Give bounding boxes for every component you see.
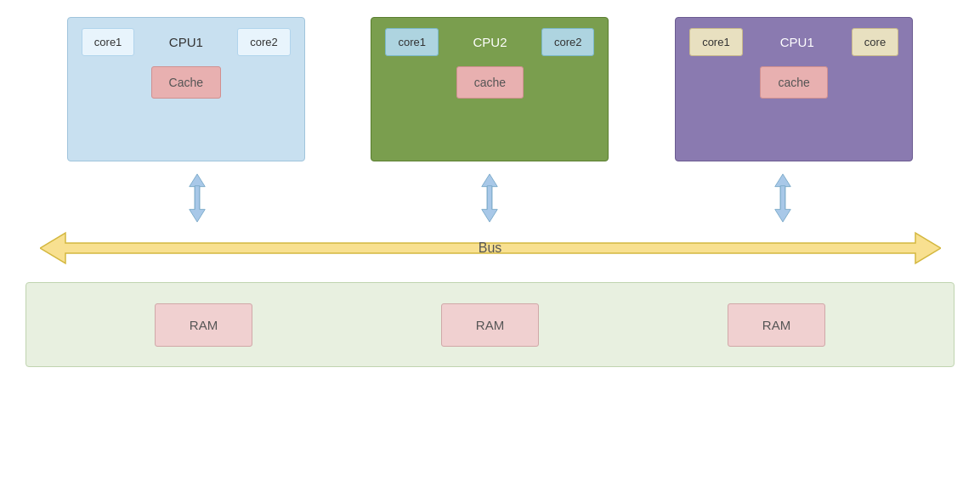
- cpu3-core1: core1: [689, 28, 743, 56]
- bus-row: Bus: [0, 229, 980, 267]
- ram-box-3: RAM: [728, 303, 825, 347]
- cpu1-label: CPU1: [134, 35, 237, 49]
- vertical-arrow-3: [664, 168, 902, 228]
- cpu3-cache: cache: [760, 66, 827, 99]
- cpu2-label: CPU2: [439, 35, 541, 49]
- svg-marker-3: [482, 186, 497, 222]
- svg-marker-5: [775, 186, 790, 222]
- cpu2-top-row: core1 CPU2 core2: [385, 28, 594, 56]
- vertical-arrow-2: [371, 168, 609, 228]
- arrows-row: [0, 168, 980, 228]
- ram-box-1: RAM: [155, 303, 252, 347]
- cpu-box-1: core1 CPU1 core2 Cache: [67, 17, 305, 161]
- cpu3-core2: core: [852, 28, 898, 56]
- vertical-arrow-1: [78, 168, 316, 228]
- diagram: core1 CPU1 core2 Cache core1 CPU2 core2: [0, 0, 980, 492]
- bus-container: Bus: [40, 229, 941, 267]
- cpu2-core2: core2: [541, 28, 595, 56]
- ram-box-2: RAM: [441, 303, 539, 347]
- cpu1-cache: Cache: [151, 66, 221, 99]
- svg-marker-6: [40, 233, 941, 263]
- cpu2-core1: core1: [385, 28, 439, 56]
- cpu3-label: CPU1: [743, 35, 852, 49]
- cpu-row: core1 CPU1 core2 Cache core1 CPU2 core2: [0, 0, 980, 161]
- cpu1-core2: core2: [237, 28, 291, 56]
- cpu1-top-row: core1 CPU1 core2: [82, 28, 291, 56]
- ram-section: RAM RAM RAM: [25, 282, 955, 367]
- cpu3-top-row: core1 CPU1 core: [689, 28, 898, 56]
- cpu-box-3: core1 CPU1 core cache: [675, 17, 913, 161]
- cpu-box-2: core1 CPU2 core2 cache: [371, 17, 609, 161]
- cpu1-core1: core1: [82, 28, 135, 56]
- svg-marker-1: [190, 186, 205, 222]
- cpu2-cache: cache: [456, 66, 524, 99]
